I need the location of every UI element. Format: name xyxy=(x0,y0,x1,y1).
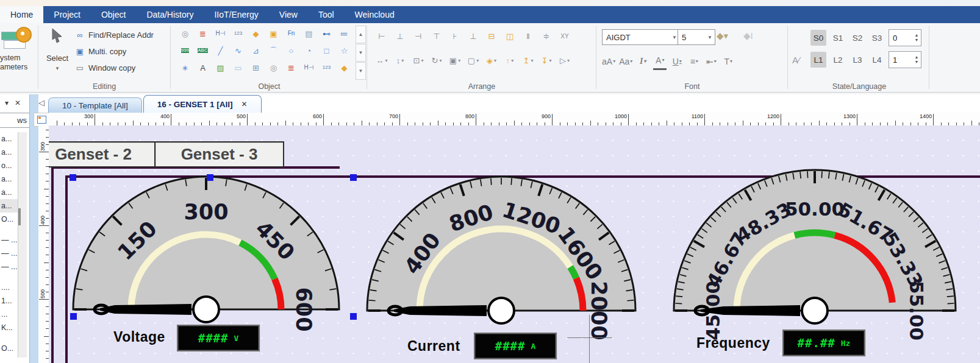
arrange-tool[interactable]: ↥▾ xyxy=(520,52,536,68)
state-button-l3[interactable]: L3 xyxy=(849,52,865,68)
system-parameters-button[interactable]: ystem ameters xyxy=(0,23,38,91)
tree-item[interactable]: 1... xyxy=(0,294,18,308)
object-tool[interactable]: ☆ xyxy=(335,42,353,59)
select-button[interactable]: Select ▾ xyxy=(44,26,71,82)
tab-nav-left-icon[interactable]: ◁ xyxy=(38,98,45,107)
object-scroll-up[interactable]: ▲ xyxy=(356,26,366,43)
arrange-tool[interactable]: ▣▾ xyxy=(447,52,463,68)
voltage-display[interactable]: #### V xyxy=(177,325,260,351)
font-size-select[interactable]: 5 ▼ xyxy=(678,29,715,45)
font-tool[interactable]: T▾ xyxy=(721,54,735,69)
panel-close-icon[interactable]: ✕ xyxy=(15,99,21,107)
object-tool[interactable]: ABC xyxy=(194,42,212,59)
font-family-select[interactable]: AIGDT ▼ xyxy=(602,29,680,45)
window-tab[interactable]: 16 - GENSET 1 [All] ✕ xyxy=(143,95,262,113)
arrange-tool[interactable]: ▢▾ xyxy=(465,52,481,68)
tree-item[interactable]: K... xyxy=(0,321,18,334)
editing-action[interactable]: ▭ Window copy xyxy=(74,60,154,76)
tree-item[interactable]: — .... xyxy=(0,247,18,260)
object-tool[interactable]: A xyxy=(194,59,212,76)
object-tool[interactable]: ╱ xyxy=(212,42,229,59)
object-tool[interactable]: 123 xyxy=(318,59,335,76)
font-tool[interactable]: ⇤▾ xyxy=(704,54,718,69)
selection-handle[interactable] xyxy=(350,174,357,181)
current-display[interactable]: #### A xyxy=(474,333,557,359)
menu-item[interactable]: Tool xyxy=(308,6,345,23)
panel-scrollbar[interactable] xyxy=(18,132,27,358)
state-spinner[interactable]: 0▲▼ xyxy=(889,29,921,46)
arrange-tool[interactable]: ⊤ xyxy=(429,28,445,44)
panel-collapse-icon[interactable]: ▾ xyxy=(5,99,9,107)
state-button-s1[interactable]: S1 xyxy=(830,30,846,46)
arrange-tool[interactable]: ↕▾ xyxy=(392,52,408,68)
arrange-tool[interactable]: ⊥ xyxy=(465,28,481,44)
font-tool[interactable]: A▾ xyxy=(653,52,667,70)
arrange-tool[interactable]: XY xyxy=(557,28,573,44)
object-tool[interactable]: ◆ xyxy=(335,59,353,76)
object-tool[interactable]: ≣ xyxy=(282,59,300,76)
selection-handle[interactable] xyxy=(207,174,213,181)
font-attribute-icon[interactable]: A∕ xyxy=(792,55,800,65)
object-tool[interactable]: ⊷ xyxy=(318,25,335,42)
tree-item[interactable]: ... xyxy=(0,308,18,321)
selection-handle[interactable] xyxy=(70,313,77,320)
design-canvas[interactable]: Genset - 2 Genset - 3 150300450600 40080… xyxy=(49,125,980,363)
arrange-tool[interactable]: ◫ xyxy=(502,28,518,44)
object-tool[interactable]: ▨ xyxy=(212,59,229,76)
tree-item[interactable]: — .... xyxy=(0,233,18,247)
arrange-tool[interactable]: ↻▾ xyxy=(429,52,445,68)
object-tool[interactable]: H⊣ xyxy=(212,25,229,42)
state-button-l1[interactable]: L1 xyxy=(810,52,826,68)
tree-item[interactable]: — .... xyxy=(0,260,18,273)
arrange-tool[interactable]: ⊢ xyxy=(374,28,390,44)
object-tool[interactable]: ▭ xyxy=(229,59,247,76)
object-tool[interactable]: 123 xyxy=(229,25,247,42)
arrange-tool[interactable]: ⊟ xyxy=(484,28,499,44)
arrange-tool[interactable]: ↑▾ xyxy=(502,52,518,68)
menu-item[interactable]: Object xyxy=(91,6,136,23)
font-tool[interactable]: I▾ xyxy=(636,54,649,69)
window-tab[interactable]: 10 - Template [All] xyxy=(48,97,142,113)
scrollbar-thumb[interactable] xyxy=(18,208,21,225)
tree-item[interactable]: a... xyxy=(0,132,18,146)
object-tool[interactable]: ◆ xyxy=(247,25,265,42)
arrange-tool[interactable]: ↧▾ xyxy=(538,52,554,68)
tree-item[interactable]: .... xyxy=(0,281,18,294)
object-more-button[interactable]: ▼ xyxy=(356,62,366,80)
tree-item[interactable]: O... xyxy=(0,213,18,226)
tree-item[interactable]: a... xyxy=(0,172,18,186)
font-tool[interactable]: U▾ xyxy=(670,54,684,69)
menu-item[interactable]: View xyxy=(269,6,308,23)
editing-action[interactable]: ∞ Find/Replace Addr xyxy=(74,27,154,43)
object-tool[interactable]: H⊣ xyxy=(300,59,318,76)
object-tool[interactable]: ∗ xyxy=(176,59,194,76)
menu-item[interactable]: Data/History xyxy=(136,6,204,23)
arrange-tool[interactable]: ↔▾ xyxy=(374,52,390,68)
object-tool[interactable]: ▣ xyxy=(265,25,282,42)
gauge-label[interactable]: Voltage xyxy=(113,329,165,345)
current-gauge[interactable]: 400800120016002000 xyxy=(363,173,639,358)
frequency-display[interactable]: ##.## Hz xyxy=(782,330,865,356)
object-tool[interactable]: 999 xyxy=(176,42,194,59)
selection-handle[interactable] xyxy=(70,174,76,181)
object-tool[interactable]: ◔ xyxy=(300,42,318,59)
object-tool[interactable]: ⌒ xyxy=(265,42,282,59)
font-tool[interactable]: Aa▾ xyxy=(619,54,632,69)
format-brush-icon[interactable]: ◆▾ xyxy=(717,30,728,41)
arrange-tool[interactable]: ‖ xyxy=(520,28,536,44)
object-tool[interactable]: ◎ xyxy=(265,59,282,76)
format-painter-icon[interactable]: ◆I xyxy=(743,30,753,41)
object-tool[interactable]: ≔ xyxy=(335,25,353,42)
object-tool[interactable]: ⊞ xyxy=(247,59,265,76)
ruler-origin-button[interactable] xyxy=(34,113,50,127)
tree-item[interactable]: a... xyxy=(0,146,18,159)
menu-item[interactable]: Project xyxy=(43,6,91,23)
menu-item[interactable]: Weincloud xyxy=(345,6,405,23)
object-tool[interactable]: ≣ xyxy=(194,25,212,42)
state-button-l2[interactable]: L2 xyxy=(830,52,846,68)
state-spinner[interactable]: 1▲▼ xyxy=(889,51,921,68)
object-tool[interactable]: ▤ xyxy=(300,25,318,42)
object-tool[interactable]: ⊿ xyxy=(247,42,265,59)
object-tool[interactable]: ◎ xyxy=(176,25,194,42)
tree-item[interactable]: O... xyxy=(0,342,18,355)
